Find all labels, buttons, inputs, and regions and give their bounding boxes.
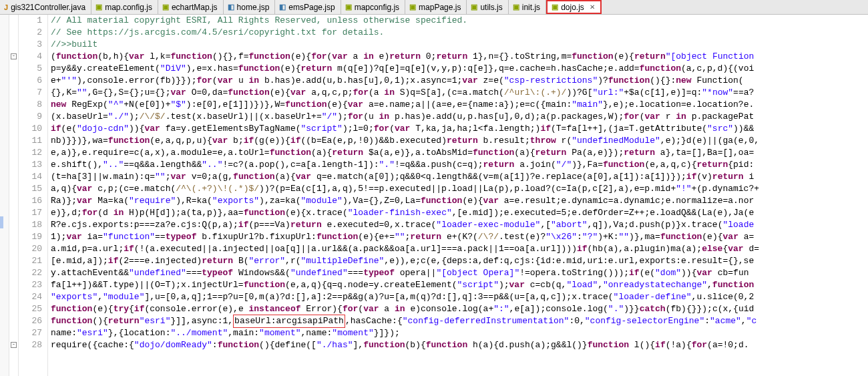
code-line[interactable]: (function(b,h){var l,k=function(){},f=fu… bbox=[51, 51, 868, 63]
tab-dojo-js[interactable]: ▣dojo.js✕ bbox=[546, 0, 602, 14]
code-line[interactable]: name:"esri"},{location:"../moment",main:… bbox=[51, 327, 868, 339]
line-number: 27 bbox=[19, 327, 42, 339]
fold-toggle-icon[interactable]: - bbox=[11, 342, 17, 348]
code-line[interactable]: function(e){try{if(console.error(e),e in… bbox=[51, 303, 868, 315]
line-number: 11 bbox=[19, 135, 42, 147]
code-line[interactable]: if(e("dojo-cdn")){var fa=y.getElementsBy… bbox=[51, 123, 868, 135]
file-type-icon: ▣ bbox=[471, 3, 477, 11]
line-number: 1 bbox=[19, 15, 42, 27]
line-number: 23 bbox=[19, 279, 42, 291]
line-number: 26 bbox=[19, 315, 42, 327]
line-number: 19 bbox=[19, 231, 42, 243]
tab-gis321Controller-java[interactable]: Jgis321Controller.java bbox=[0, 0, 91, 14]
line-number: 9 bbox=[19, 111, 42, 123]
code-line[interactable]: require({cache:{"dojo/domReady":function… bbox=[51, 339, 868, 351]
line-number: 24 bbox=[19, 291, 42, 303]
tab-label: gis321Controller.java bbox=[11, 3, 85, 12]
line-number: 28 bbox=[19, 339, 42, 351]
file-type-icon: ◧ bbox=[279, 3, 286, 11]
line-number: 21 bbox=[19, 255, 42, 267]
tab-home-jsp[interactable]: ◧home.jsp bbox=[224, 0, 276, 14]
file-type-icon: J bbox=[4, 3, 8, 11]
tab-label: utils.js bbox=[480, 3, 502, 12]
code-line[interactable]: fa[l++])&&T.type)||(O=T);x.injectUrl=fun… bbox=[51, 279, 868, 291]
code-line[interactable]: //>>built bbox=[51, 39, 868, 51]
code-line[interactable]: e)},d;for(d in H)p(H[d]);a(ta,p)},aa=fun… bbox=[51, 207, 868, 219]
tab-label: map.config.js bbox=[105, 3, 152, 12]
code-line[interactable]: R?e.cjs.exports:p===za?e.cjs:Q(p,a);if(p… bbox=[51, 219, 868, 231]
line-number: 6 bbox=[19, 75, 42, 87]
line-number: 10 bbox=[19, 123, 42, 135]
code-line[interactable]: function(){return"esri"}]],async:1,baseU… bbox=[51, 315, 868, 327]
marker-strip bbox=[0, 15, 9, 376]
code-line[interactable]: p=y&&y.createElement("DiV"),e=x.has=func… bbox=[51, 63, 868, 75]
tab-label: emsPage.jsp bbox=[288, 3, 335, 12]
line-number: 13 bbox=[19, 159, 42, 171]
code-line[interactable]: Ra)};var Ma=ka("require"),R=ka("exports"… bbox=[51, 195, 868, 207]
close-icon[interactable]: ✕ bbox=[590, 3, 595, 11]
tab-label: init.js bbox=[522, 3, 540, 12]
line-number-gutter: 1234567891011121314151617181920212223242… bbox=[19, 15, 48, 376]
line-number: 3 bbox=[19, 39, 42, 51]
tab-label: dojo.js bbox=[561, 3, 584, 12]
code-line[interactable]: (x.baseUrl="./");/\/$/.test(x.baseUrl)||… bbox=[51, 111, 868, 123]
code-line[interactable]: a,q){var c,p;(c=e.match(/^\(.+?)\!(.*)$/… bbox=[51, 183, 868, 195]
editor-tabbar: Jgis321Controller.java▣map.config.js▣ech… bbox=[0, 0, 868, 15]
file-type-icon: ▣ bbox=[162, 3, 169, 11]
code-content[interactable]: // All material copyright ESRI, All Righ… bbox=[48, 15, 868, 376]
code-line[interactable]: // See https://js.arcgis.com/4.5/esri/co… bbox=[51, 27, 868, 39]
line-number: 22 bbox=[19, 267, 42, 279]
code-line[interactable]: a.mid,p=a.url;if(!(a.executed||a.injecte… bbox=[51, 243, 868, 255]
code-line[interactable]: e,a)},e.require=c(a,x),a.module=e,a.toUr… bbox=[51, 147, 868, 159]
code-line[interactable]: {},K="",G={},S={};u={};var O=0,da=functi… bbox=[51, 87, 868, 99]
line-number: 18 bbox=[19, 219, 42, 231]
line-number: 17 bbox=[19, 207, 42, 219]
tab-echartMap-js[interactable]: ▣echartMap.js bbox=[158, 0, 224, 14]
file-type-icon: ▣ bbox=[513, 3, 519, 11]
tab-mapconfig-js[interactable]: ▣mapconfig.js bbox=[341, 0, 405, 14]
code-line[interactable]: [e.mid,a]);if(2===e.injected)return B("e… bbox=[51, 255, 868, 267]
line-number: 2 bbox=[19, 27, 42, 39]
line-number: 14 bbox=[19, 171, 42, 183]
tab-label: home.jsp bbox=[237, 3, 270, 12]
file-type-icon: ◧ bbox=[228, 3, 234, 11]
code-line[interactable]: e.shift(),".."==q&&a.length&&".."!=c?(a.… bbox=[51, 159, 868, 171]
tab-init-js[interactable]: ▣init.js bbox=[509, 0, 546, 14]
line-number: 4 bbox=[19, 51, 42, 63]
line-number: 20 bbox=[19, 243, 42, 255]
editor-area: - - 123456789101112131415161718192021222… bbox=[0, 15, 868, 376]
fold-strip: - - bbox=[9, 15, 19, 376]
file-type-icon: ▣ bbox=[409, 3, 416, 11]
tab-utils-js[interactable]: ▣utils.js bbox=[467, 0, 508, 14]
line-number: 8 bbox=[19, 99, 42, 111]
line-number: 15 bbox=[19, 183, 42, 195]
tab-mapPage-js[interactable]: ▣mapPage.js bbox=[405, 0, 467, 14]
tab-emsPage-jsp[interactable]: ◧emsPage.jsp bbox=[275, 0, 341, 14]
tab-label: mapPage.js bbox=[419, 3, 461, 12]
code-line[interactable]: // All material copyright ESRI, All Righ… bbox=[51, 15, 868, 27]
line-number: 16 bbox=[19, 195, 42, 207]
fold-toggle-icon[interactable]: - bbox=[11, 53, 17, 59]
code-line[interactable]: y.attachEvent&&"undefined"===typeof Wind… bbox=[51, 267, 868, 279]
code-line[interactable]: 1);var ia="function"==typeof b.fixupUrl?… bbox=[51, 231, 868, 243]
tab-label: echartMap.js bbox=[172, 3, 218, 12]
code-line[interactable]: e+"'"),console.error(fb)}});for(var u in… bbox=[51, 75, 868, 87]
code-line[interactable]: "exports","module"],u=[0,a,q];1==p?u=[0,… bbox=[51, 291, 868, 303]
line-number: 5 bbox=[19, 63, 42, 75]
line-number: 12 bbox=[19, 147, 42, 159]
code-line[interactable]: new RegExp("^"+N(e[0])+"$"):e[0],e[1]])}… bbox=[51, 99, 868, 111]
tab-label: mapconfig.js bbox=[355, 3, 399, 12]
code-line[interactable]: nb)}})},wa=function(e,a,q,p,u){var b;if(… bbox=[51, 135, 868, 147]
line-number: 7 bbox=[19, 87, 42, 99]
tab-map-config-js[interactable]: ▣map.config.js bbox=[91, 0, 158, 14]
line-number: 25 bbox=[19, 303, 42, 315]
file-type-icon: ▣ bbox=[552, 3, 558, 11]
file-type-icon: ▣ bbox=[95, 3, 102, 11]
file-type-icon: ▣ bbox=[345, 3, 352, 11]
code-line[interactable]: (t=ha[3]||w.main):q="";var v=0;a(g,funct… bbox=[51, 171, 868, 183]
